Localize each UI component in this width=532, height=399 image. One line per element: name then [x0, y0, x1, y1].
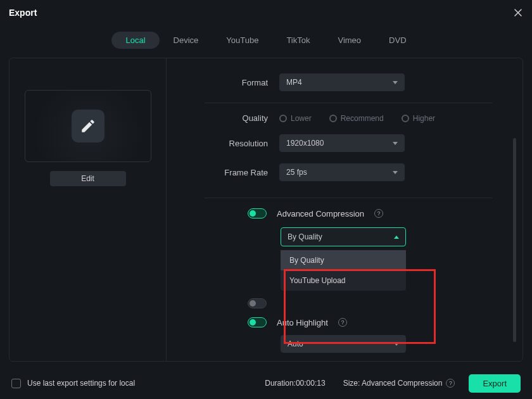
compression-mode-value: By Quality [288, 232, 322, 241]
tab-dvd[interactable]: DVD [375, 32, 420, 49]
resolution-value: 1920x1080 [286, 139, 324, 148]
duration-readout: Duration:00:00:13 [265, 379, 325, 388]
format-select[interactable]: MP4 [279, 73, 405, 91]
tab-vimeo[interactable]: Vimeo [324, 32, 375, 49]
compression-mode-select[interactable]: By Quality [281, 227, 406, 246]
export-tabs: Local Device YouTube TikTok Vimeo DVD [0, 32, 532, 49]
scrollbar[interactable] [513, 138, 516, 342]
tab-tiktok[interactable]: TikTok [272, 32, 324, 49]
tab-device[interactable]: Device [160, 32, 213, 49]
use-last-settings-checkbox[interactable] [11, 379, 21, 388]
chevron-down-icon [393, 142, 398, 145]
framerate-label: Frame Rate [167, 168, 279, 177]
secondary-toggle[interactable] [248, 298, 267, 308]
format-label: Format [167, 78, 279, 87]
compression-mode-option-youtube[interactable]: YouTube Upload [281, 270, 406, 291]
advanced-compression-toggle[interactable] [248, 208, 267, 218]
help-icon[interactable]: ? [374, 209, 383, 218]
preview-thumbnail [25, 90, 151, 162]
quality-recommend[interactable]: Recommend [329, 114, 384, 123]
framerate-value: 25 fps [286, 168, 307, 177]
quality-lower[interactable]: Lower [279, 114, 312, 123]
chevron-down-icon [393, 81, 398, 84]
framerate-select[interactable]: 25 fps [279, 163, 405, 181]
compression-mode-option-quality[interactable]: By Quality [281, 250, 406, 270]
size-readout: Size: Advanced Compression ? [343, 379, 455, 388]
chevron-down-icon [394, 343, 399, 346]
quality-higher[interactable]: Higher [402, 114, 435, 123]
tab-local[interactable]: Local [111, 32, 159, 49]
advanced-compression-label: Advanced Compression [277, 209, 364, 218]
resolution-select[interactable]: 1920x1080 [279, 134, 405, 152]
chevron-down-icon [393, 171, 398, 174]
help-icon[interactable]: ? [338, 318, 347, 327]
format-value: MP4 [286, 78, 302, 87]
close-icon[interactable] [513, 8, 523, 18]
auto-highlight-toggle[interactable] [248, 317, 267, 327]
compression-mode-dropdown: By Quality YouTube Upload [281, 250, 406, 291]
quality-label: Quality [167, 113, 279, 123]
edit-button[interactable]: Edit [50, 171, 126, 186]
chevron-up-icon [394, 236, 399, 239]
window-title: Export [9, 8, 37, 18]
auto-highlight-select[interactable]: Auto [281, 335, 406, 353]
auto-highlight-label: Auto Highlight [277, 318, 328, 327]
pencil-icon [72, 110, 104, 142]
tab-youtube[interactable]: YouTube [212, 32, 272, 49]
help-icon[interactable]: ? [446, 379, 455, 388]
auto-highlight-value: Auto [288, 339, 303, 348]
export-button[interactable]: Export [469, 374, 521, 393]
use-last-settings-label: Use last export settings for local [27, 379, 135, 388]
resolution-label: Resolution [167, 139, 279, 148]
